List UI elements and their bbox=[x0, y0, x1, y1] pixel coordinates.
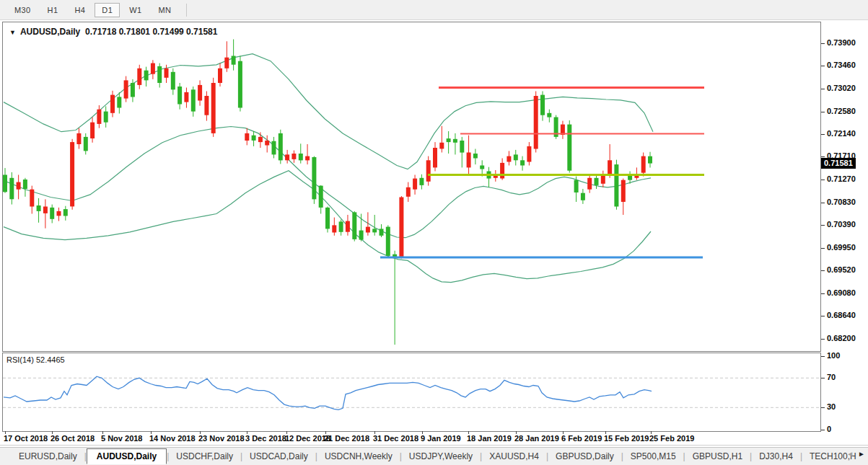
date-axis-tick bbox=[325, 431, 326, 434]
symbol-tab-bar: EURUSD,Daily|AUDUSD,Daily|USDCHF,Daily|U… bbox=[0, 447, 868, 465]
candle-body bbox=[547, 113, 551, 118]
price-axis-label: 0.70830 bbox=[827, 198, 856, 206]
price-axis-label: 0.69080 bbox=[827, 288, 856, 297]
candle-body bbox=[198, 85, 202, 101]
timeframe-button-m30[interactable]: M30 bbox=[7, 3, 38, 17]
rsi-chart-canvas[interactable] bbox=[3, 353, 820, 431]
candle-body bbox=[30, 190, 34, 207]
date-axis-tick bbox=[422, 431, 423, 434]
date-axis-tick bbox=[651, 431, 652, 434]
candle-body bbox=[332, 225, 336, 232]
rsi-axis-tick bbox=[821, 378, 825, 378]
candle-body bbox=[386, 227, 390, 256]
candle-body bbox=[191, 89, 196, 111]
tab-usdcnh-weekly[interactable]: USDCNH,Weekly bbox=[317, 449, 400, 464]
timeframe-button-w1[interactable]: W1 bbox=[122, 3, 149, 17]
date-axis-label: 14 Nov 2018 bbox=[149, 434, 196, 443]
rsi-axis-tick bbox=[821, 407, 825, 408]
tab-dj30-h4[interactable]: DJ30,H4 bbox=[752, 449, 800, 464]
price-axis-tick bbox=[821, 293, 825, 294]
candle-body bbox=[608, 160, 612, 174]
date-axis-label: 9 Jan 2019 bbox=[421, 434, 461, 443]
candle-body bbox=[90, 123, 95, 138]
candle-body bbox=[305, 156, 310, 161]
candle-body bbox=[614, 164, 618, 206]
candle-body bbox=[50, 208, 54, 219]
candle-body bbox=[507, 156, 511, 162]
tab-sp500-m15[interactable]: SP500,M15 bbox=[623, 449, 683, 464]
candle-body bbox=[399, 198, 403, 257]
date-axis-label: 21 Dec 2018 bbox=[324, 434, 369, 443]
date-axis-label: 6 Feb 2019 bbox=[561, 434, 602, 443]
candle-body bbox=[279, 133, 283, 161]
tab-gbpusd-h1[interactable]: GBPUSD,H1 bbox=[685, 449, 750, 464]
tab-gbpusd-daily[interactable]: GBPUSD,Daily bbox=[548, 449, 621, 464]
date-axis-tick bbox=[52, 431, 53, 434]
date-axis-label: 28 Jan 2019 bbox=[514, 434, 559, 443]
tab-scroll-left-icon[interactable]: ◄ bbox=[846, 450, 854, 458]
price-axis-tick bbox=[821, 225, 825, 226]
candle-body bbox=[514, 154, 518, 160]
timeframe-toolbar: M30H1H4D1W1MN bbox=[0, 0, 868, 20]
price-axis-tick bbox=[821, 248, 825, 249]
candle-body bbox=[37, 205, 41, 211]
main-chart-canvas[interactable] bbox=[3, 22, 820, 351]
tab-usdchf-daily[interactable]: USDCHF,Daily bbox=[169, 449, 240, 464]
candle-body bbox=[110, 95, 115, 113]
price-axis-tick bbox=[821, 180, 825, 180]
date-axis-label: 15 Feb 2019 bbox=[604, 434, 649, 443]
candle-body bbox=[3, 175, 7, 192]
candle-body bbox=[480, 166, 484, 169]
date-axis-tick bbox=[102, 431, 103, 434]
candle-body bbox=[534, 96, 538, 149]
candle-body bbox=[272, 141, 276, 155]
candle-body bbox=[131, 83, 135, 97]
price-axis-label: 0.73020 bbox=[827, 84, 856, 92]
date-axis-label: 31 Dec 2018 bbox=[373, 434, 418, 443]
candle-body bbox=[245, 133, 249, 141]
date-axis-label: 25 Feb 2019 bbox=[649, 434, 694, 443]
candle-body bbox=[426, 160, 431, 182]
candle-body bbox=[151, 63, 155, 74]
candle-body bbox=[648, 156, 652, 164]
timeframe-button-h1[interactable]: H1 bbox=[40, 3, 66, 17]
candle-body bbox=[346, 221, 350, 232]
price-axis-label: 0.69520 bbox=[827, 265, 856, 274]
date-axis-tick bbox=[5, 431, 6, 434]
price-axis-tick bbox=[821, 203, 825, 203]
rsi-indicator-label: RSI(14) 52.4465 bbox=[6, 355, 65, 364]
tab-usdjpy-weekly[interactable]: USDJPY,Weekly bbox=[402, 449, 480, 464]
candle-body bbox=[165, 68, 169, 78]
tab-scroll-right-icon[interactable]: ► bbox=[858, 450, 865, 458]
candle-body bbox=[265, 141, 269, 146]
candle-body bbox=[184, 92, 188, 102]
candle-body bbox=[177, 87, 182, 105]
tab-usdcad-daily[interactable]: USDCAD,Daily bbox=[242, 449, 315, 464]
candle-body bbox=[63, 209, 68, 216]
price-axis-tick bbox=[821, 43, 825, 44]
candle-body bbox=[366, 227, 370, 233]
window-divider bbox=[0, 445, 868, 446]
candle-body bbox=[97, 110, 101, 124]
tab-eurusd-daily[interactable]: EURUSD,Daily bbox=[12, 449, 84, 464]
price-axis-label: 0.71270 bbox=[827, 174, 856, 183]
tab-audusd-daily[interactable]: AUDUSD,Daily bbox=[87, 448, 167, 464]
collapse-triangle-icon[interactable]: ▼ bbox=[9, 29, 16, 36]
chart-title: ▼AUDUSD,Daily 0.71718 0.71801 0.71499 0.… bbox=[9, 27, 217, 37]
tab-xauusd-h4[interactable]: XAUUSD,H4 bbox=[482, 449, 546, 464]
timeframe-button-d1[interactable]: D1 bbox=[95, 3, 120, 17]
candle-body bbox=[204, 96, 209, 115]
price-axis-label: 0.73900 bbox=[827, 38, 856, 47]
candle-body bbox=[224, 58, 229, 68]
candle-body bbox=[567, 125, 571, 171]
candle-body bbox=[312, 157, 316, 199]
candle-body bbox=[520, 160, 525, 165]
candle-body bbox=[117, 97, 121, 107]
rsi-axis-label: 70 bbox=[827, 373, 836, 381]
price-axis-tick bbox=[821, 316, 825, 316]
candle-body bbox=[232, 56, 236, 65]
date-axis-tick bbox=[516, 431, 517, 434]
timeframe-button-mn[interactable]: MN bbox=[152, 3, 179, 17]
price-axis-tick bbox=[821, 66, 825, 66]
timeframe-button-h4[interactable]: H4 bbox=[67, 3, 92, 17]
